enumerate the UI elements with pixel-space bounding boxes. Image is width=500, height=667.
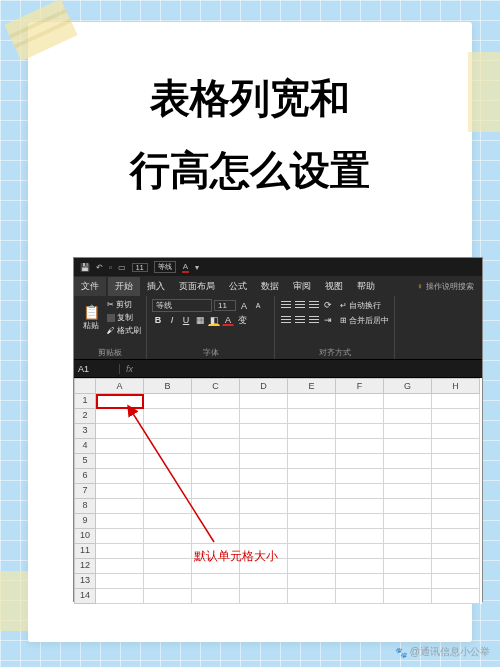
border-icon[interactable]: ▦ — [194, 314, 206, 326]
cell[interactable] — [288, 424, 336, 439]
col-header-d[interactable]: D — [240, 378, 288, 394]
cell[interactable] — [288, 589, 336, 604]
cell[interactable] — [144, 439, 192, 454]
cell[interactable] — [336, 529, 384, 544]
cell[interactable] — [336, 589, 384, 604]
cell[interactable] — [240, 589, 288, 604]
col-header-e[interactable]: E — [288, 378, 336, 394]
cell[interactable] — [432, 394, 480, 409]
cell[interactable] — [432, 499, 480, 514]
cell[interactable] — [384, 529, 432, 544]
cell[interactable] — [288, 574, 336, 589]
cell[interactable] — [240, 469, 288, 484]
cell[interactable] — [288, 529, 336, 544]
cell[interactable] — [384, 559, 432, 574]
tab-home[interactable]: 开始 — [108, 277, 140, 296]
cell[interactable] — [384, 514, 432, 529]
orientation-icon[interactable]: ⟳ — [322, 299, 334, 311]
cell[interactable] — [192, 439, 240, 454]
cell[interactable] — [240, 439, 288, 454]
row-header[interactable]: 10 — [74, 529, 96, 544]
cell[interactable] — [144, 499, 192, 514]
cell[interactable] — [384, 424, 432, 439]
undo-icon[interactable]: ↶ — [96, 263, 103, 272]
align-center-icon[interactable] — [294, 314, 306, 326]
cell[interactable] — [384, 499, 432, 514]
cell[interactable] — [96, 559, 144, 574]
fill-color-icon[interactable]: ◧ — [208, 314, 220, 326]
col-header-h[interactable]: H — [432, 378, 480, 394]
cell[interactable] — [240, 409, 288, 424]
cell[interactable] — [288, 544, 336, 559]
align-bottom-icon[interactable] — [308, 299, 320, 311]
tab-view[interactable]: 视图 — [318, 277, 350, 296]
wrap-text-button[interactable]: ↵自动换行 — [340, 299, 381, 311]
cell[interactable] — [144, 424, 192, 439]
font-name-combo[interactable]: 等线 — [152, 299, 212, 312]
cell[interactable] — [288, 514, 336, 529]
new-icon[interactable]: ▫ — [109, 263, 112, 272]
cell[interactable] — [336, 514, 384, 529]
cell[interactable] — [96, 514, 144, 529]
cell[interactable] — [432, 484, 480, 499]
cell[interactable] — [192, 484, 240, 499]
align-right-icon[interactable] — [308, 314, 320, 326]
font-color-icon[interactable]: A — [222, 314, 234, 326]
cell[interactable] — [384, 439, 432, 454]
cell[interactable] — [288, 469, 336, 484]
align-top-icon[interactable] — [280, 299, 292, 311]
cell[interactable] — [144, 514, 192, 529]
cell[interactable] — [96, 529, 144, 544]
copy-button[interactable]: 复制 — [107, 312, 141, 323]
cell[interactable] — [192, 574, 240, 589]
cell[interactable] — [144, 529, 192, 544]
italic-icon[interactable]: I — [166, 314, 178, 326]
align-left-icon[interactable] — [280, 314, 292, 326]
cell[interactable] — [432, 574, 480, 589]
cell[interactable] — [336, 394, 384, 409]
cell[interactable] — [144, 574, 192, 589]
col-header-c[interactable]: C — [192, 378, 240, 394]
tell-me-search[interactable]: ♀ 操作说明搜索 — [417, 281, 482, 292]
cell[interactable] — [144, 454, 192, 469]
cell[interactable] — [240, 484, 288, 499]
cell[interactable] — [96, 394, 144, 409]
tab-review[interactable]: 审阅 — [286, 277, 318, 296]
cell[interactable] — [288, 499, 336, 514]
cell[interactable] — [384, 589, 432, 604]
select-all-corner[interactable] — [74, 378, 96, 394]
cell[interactable] — [432, 439, 480, 454]
cell[interactable] — [384, 469, 432, 484]
cell[interactable] — [144, 409, 192, 424]
fx-icon[interactable]: fx — [120, 364, 139, 374]
name-box[interactable]: A1 — [74, 364, 120, 374]
cell[interactable] — [336, 559, 384, 574]
row-header[interactable]: 4 — [74, 439, 96, 454]
cell[interactable] — [96, 409, 144, 424]
cell[interactable] — [384, 454, 432, 469]
tab-insert[interactable]: 插入 — [140, 277, 172, 296]
cell[interactable] — [288, 439, 336, 454]
cell[interactable] — [192, 514, 240, 529]
row-header[interactable]: 12 — [74, 559, 96, 574]
cell[interactable] — [240, 529, 288, 544]
cell[interactable] — [144, 544, 192, 559]
qat-dropdown-icon[interactable]: ▾ — [195, 263, 199, 272]
cell[interactable] — [96, 454, 144, 469]
cell[interactable] — [96, 574, 144, 589]
cell[interactable] — [192, 409, 240, 424]
cell[interactable] — [336, 409, 384, 424]
row-header[interactable]: 5 — [74, 454, 96, 469]
cell[interactable] — [96, 469, 144, 484]
cell[interactable] — [192, 424, 240, 439]
row-header[interactable]: 2 — [74, 409, 96, 424]
row-header[interactable]: 14 — [74, 589, 96, 604]
cell[interactable] — [240, 499, 288, 514]
increase-font-icon[interactable]: A — [238, 300, 250, 312]
cell[interactable] — [432, 469, 480, 484]
cell[interactable] — [240, 574, 288, 589]
cell[interactable] — [192, 454, 240, 469]
cell[interactable] — [192, 529, 240, 544]
decrease-font-icon[interactable]: A — [252, 300, 264, 312]
cell[interactable] — [240, 454, 288, 469]
